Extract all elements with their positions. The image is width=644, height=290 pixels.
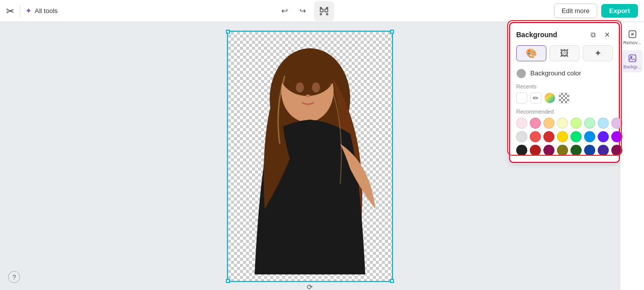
bg-color-section: ⬤ Background color	[516, 67, 613, 78]
remove-icon	[628, 30, 637, 39]
eyedropper-swatch[interactable]: ✏	[530, 92, 541, 104]
background-icon	[628, 54, 637, 63]
recent-gradient-swatch[interactable]	[544, 92, 555, 104]
svg-rect-1	[325, 9, 328, 12]
handle-bottom-left[interactable]	[226, 279, 230, 283]
color-swatch[interactable]	[571, 118, 582, 129]
svg-rect-2	[320, 7, 321, 9]
svg-rect-5	[327, 14, 328, 15]
color-tab-icon: 🎨	[526, 48, 537, 59]
svg-rect-16	[629, 55, 636, 62]
scan-icon	[319, 6, 329, 16]
rotate-handle[interactable]: ⟳	[307, 283, 313, 291]
panel-close-button[interactable]: ✕	[602, 29, 613, 40]
color-section-icon: ⬤	[516, 67, 526, 78]
export-button[interactable]: Export	[601, 4, 638, 18]
color-swatch[interactable]	[611, 131, 622, 142]
svg-rect-3	[327, 7, 328, 9]
scan-mode-button[interactable]	[314, 1, 334, 21]
image-tab-icon: 🖼	[560, 48, 569, 59]
svg-rect-0	[320, 9, 323, 12]
color-swatch[interactable]	[530, 131, 541, 142]
tab-color[interactable]: 🎨	[516, 45, 546, 61]
top-toolbar: ✂ ✦ All tools ↩ ↪ Edit more Export	[0, 0, 644, 22]
color-swatch[interactable]	[543, 131, 554, 142]
handle-top-left[interactable]	[226, 30, 230, 34]
recents-row: ✏	[516, 92, 613, 104]
background-label: Backgr...	[623, 64, 641, 69]
sidebar-background-button[interactable]: Backgr...	[622, 50, 642, 72]
panel-title: Background	[516, 31, 557, 39]
svg-point-17	[630, 56, 632, 58]
toolbar-right: Edit more Export	[554, 4, 638, 18]
color-swatch[interactable]	[530, 145, 541, 156]
undo-button[interactable]: ↩	[278, 4, 292, 18]
color-swatch[interactable]	[571, 145, 582, 156]
color-swatch[interactable]	[557, 145, 568, 156]
svg-point-11	[306, 94, 310, 98]
background-panel: Background ⧉ ✕ 🎨 🖼 ✦ ⬤ Background color …	[509, 22, 620, 163]
image-container[interactable]: ⟳	[227, 31, 393, 282]
svg-rect-4	[320, 14, 321, 15]
blur-tab-icon: ✦	[594, 48, 602, 59]
tab-blur[interactable]: ✦	[583, 45, 613, 61]
all-tools-label: All tools	[35, 7, 58, 15]
person-svg	[229, 33, 390, 279]
color-swatch[interactable]	[543, 118, 554, 129]
color-swatch[interactable]	[611, 118, 622, 129]
color-swatch[interactable]	[571, 131, 582, 142]
toolbar-divider	[20, 5, 20, 17]
recent-checker-swatch[interactable]	[558, 92, 570, 104]
color-swatch[interactable]	[598, 145, 609, 156]
color-swatch[interactable]	[557, 131, 568, 142]
recent-white-swatch[interactable]	[516, 92, 527, 104]
logo-icon[interactable]: ✂	[6, 5, 15, 17]
color-swatch[interactable]	[516, 118, 527, 129]
recommended-label: Recommended	[516, 109, 613, 115]
color-swatch[interactable]	[516, 131, 527, 142]
recents-label: Recents	[516, 83, 613, 89]
person-silhouette	[228, 32, 392, 281]
all-tools-button[interactable]: ✦ All tools	[25, 6, 58, 16]
color-swatch[interactable]	[598, 131, 609, 142]
bg-color-label: Background color	[530, 69, 581, 77]
color-swatch[interactable]	[530, 118, 541, 129]
panel-header: Background ⧉ ✕	[516, 29, 613, 40]
panel-tabs: 🎨 🖼 ✦	[516, 45, 613, 61]
color-swatch[interactable]	[584, 131, 595, 142]
toolbar-center: ↩ ↪	[278, 1, 334, 21]
color-swatch[interactable]	[516, 145, 527, 156]
edit-more-button[interactable]: Edit more	[554, 4, 597, 18]
sidebar-remove-button[interactable]: Remov...	[622, 26, 642, 48]
svg-point-10	[312, 82, 320, 92]
redo-button[interactable]: ↪	[296, 4, 310, 18]
svg-point-8	[280, 51, 335, 96]
svg-point-9	[296, 82, 304, 92]
tab-image[interactable]: 🖼	[549, 45, 580, 61]
color-swatch[interactable]	[584, 118, 595, 129]
remove-label: Remov...	[623, 40, 641, 45]
handle-top-right[interactable]	[390, 30, 394, 34]
color-swatch[interactable]	[557, 118, 568, 129]
magic-icon: ✦	[25, 6, 32, 16]
handle-bottom-right[interactable]	[390, 279, 394, 283]
color-swatch[interactable]	[611, 145, 622, 156]
toolbar-left: ✂ ✦ All tools	[6, 5, 58, 17]
panel-split-button[interactable]: ⧉	[588, 29, 599, 40]
help-icon[interactable]: ?	[8, 271, 20, 283]
right-sidebar: Remov... Backgr...	[620, 22, 644, 290]
color-swatch[interactable]	[598, 118, 609, 129]
color-swatch[interactable]	[584, 145, 595, 156]
recommended-colors-grid	[516, 118, 613, 156]
panel-header-icons: ⧉ ✕	[588, 29, 613, 40]
color-swatch[interactable]	[543, 145, 554, 156]
